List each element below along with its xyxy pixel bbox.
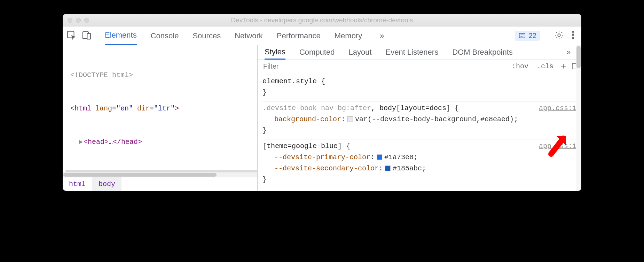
svg-point-5 xyxy=(558,34,560,36)
rule-source-link[interactable]: app.css:1 xyxy=(539,103,576,114)
device-toolbar-icon[interactable] xyxy=(81,30,92,42)
issues-badge[interactable]: 22 xyxy=(515,31,540,41)
kebab-menu-icon[interactable] xyxy=(568,30,578,41)
traffic-zoom[interactable] xyxy=(84,18,89,23)
rule-theme-google-blue[interactable]: app.css:1 [theme=google-blue] { --devsit… xyxy=(262,139,576,188)
elements-dom-panel: <!DOCTYPE html> <html lang="en" dir="ltr… xyxy=(63,45,258,191)
color-swatch-icon[interactable] xyxy=(377,154,382,160)
new-style-rule-icon[interactable] xyxy=(558,62,570,70)
style-rules[interactable]: element.style {} app.css:1 .devsite-book… xyxy=(258,73,581,191)
svg-point-7 xyxy=(572,34,574,36)
tab-elements[interactable]: Elements xyxy=(105,26,137,45)
tabstrip-left-icons xyxy=(66,26,97,45)
divider xyxy=(547,31,547,41)
subtab-layout[interactable]: Layout xyxy=(348,45,371,60)
dom-horizontal-scrollbar[interactable] xyxy=(63,172,257,177)
styles-filter-row: :hov .cls xyxy=(258,60,581,73)
breadcrumb-body[interactable]: body xyxy=(92,177,121,191)
styles-panel: Styles Computed Layout Event Listeners D… xyxy=(258,45,581,191)
devtools-window: DevTools - developers.google.com/web/too… xyxy=(63,14,581,191)
svg-point-6 xyxy=(572,31,574,33)
traffic-minimize[interactable] xyxy=(76,18,81,23)
subtab-styles[interactable]: Styles xyxy=(265,45,285,60)
main-tabstrip: Elements Console Sources Network Perform… xyxy=(63,26,581,45)
toggle-hov[interactable]: :hov xyxy=(508,62,533,70)
color-swatch-icon[interactable] xyxy=(347,116,353,122)
inspect-element-icon[interactable] xyxy=(66,30,77,42)
more-tabs-icon[interactable]: » xyxy=(376,31,388,40)
prop-background-color[interactable]: background-color:var(--devsite-body-back… xyxy=(262,114,576,125)
tab-console[interactable]: Console xyxy=(151,26,179,45)
svg-point-8 xyxy=(572,37,574,39)
styles-more-tabs-icon[interactable]: » xyxy=(563,48,574,57)
subtab-event-listeners[interactable]: Event Listeners xyxy=(386,45,439,60)
issues-icon xyxy=(518,32,526,40)
settings-icon[interactable] xyxy=(554,30,564,41)
traffic-close[interactable] xyxy=(68,18,72,23)
tab-performance[interactable]: Performance xyxy=(277,26,321,45)
svg-rect-4 xyxy=(519,33,525,38)
main-tabs: Elements Console Sources Network Perform… xyxy=(105,26,388,45)
styles-vertical-scrollbar[interactable] xyxy=(576,45,581,191)
rule-devsite-book-nav[interactable]: app.css:1 .devsite-book-nav-bg:after, bo… xyxy=(262,101,576,139)
dom-node-head[interactable]: ▶<head>…</head> xyxy=(65,137,257,148)
window-title: DevTools - developers.google.com/web/too… xyxy=(63,16,581,24)
svg-rect-2 xyxy=(87,33,91,39)
color-swatch-icon[interactable] xyxy=(385,165,391,171)
styles-filter-input[interactable] xyxy=(258,62,508,70)
styles-subtabs: Styles Computed Layout Event Listeners D… xyxy=(258,45,581,60)
tab-sources[interactable]: Sources xyxy=(193,26,221,45)
prop-primary-color[interactable]: --devsite-primary-color:#1a73e8; xyxy=(262,152,576,163)
rule-element-style[interactable]: element.style {} xyxy=(262,75,576,101)
titlebar: DevTools - developers.google.com/web/too… xyxy=(63,14,581,26)
tab-memory[interactable]: Memory xyxy=(335,26,362,45)
dom-tree[interactable]: <!DOCTYPE html> <html lang="en" dir="ltr… xyxy=(63,45,257,172)
traffic-lights xyxy=(68,18,89,23)
toggle-cls[interactable]: .cls xyxy=(533,62,558,70)
panels: <!DOCTYPE html> <html lang="en" dir="ltr… xyxy=(63,45,581,191)
rule-source-link[interactable]: app.css:1 xyxy=(539,141,576,152)
prop-secondary-color[interactable]: --devsite-secondary-color:#185abc; xyxy=(262,163,576,174)
dom-breadcrumb: html body xyxy=(63,177,257,191)
tab-network[interactable]: Network xyxy=(235,26,263,45)
subtab-dom-breakpoints[interactable]: DOM Breakpoints xyxy=(452,45,513,60)
breadcrumb-html[interactable]: html xyxy=(63,177,92,191)
subtab-computed[interactable]: Computed xyxy=(299,45,335,60)
tabstrip-right: 22 xyxy=(515,30,578,41)
dom-doctype: <!DOCTYPE html> xyxy=(70,71,133,79)
issues-count: 22 xyxy=(529,32,536,40)
dom-node-html[interactable]: <html lang="en" dir="ltr"> xyxy=(65,103,257,114)
